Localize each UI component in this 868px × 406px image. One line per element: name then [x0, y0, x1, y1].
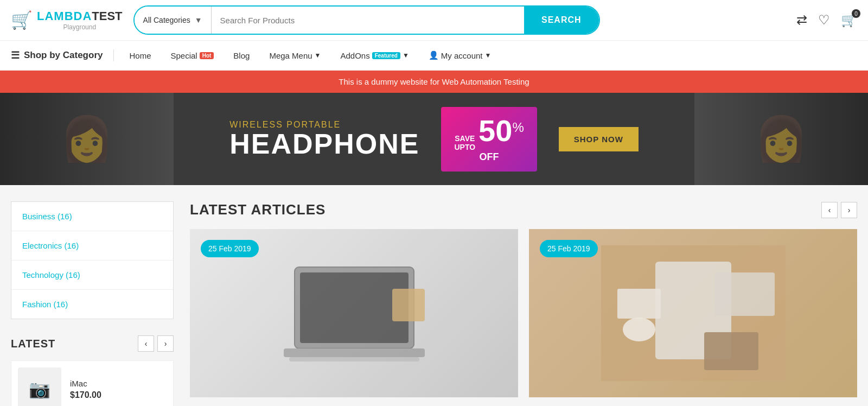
sidebar-item-fashion[interactable]: Fashion (16) [11, 290, 173, 319]
header: 🛒 LAMBDATEST Playground All Categories ▼… [0, 0, 868, 41]
hero-title: HEADPHONE [229, 130, 419, 158]
nav-links: Home Special Hot Blog Mega Menu ▼ AddOns… [114, 41, 501, 71]
article-card[interactable]: 25 Feb 2019 [529, 229, 857, 397]
promo-text: This is a dummy website for Web Automati… [339, 77, 529, 86]
promo-banner: This is a dummy website for Web Automati… [0, 71, 868, 93]
svg-rect-2 [284, 348, 425, 357]
latest-product-item[interactable]: 📷 iMac $170.00 [11, 360, 174, 406]
latest-next-button[interactable]: › [157, 335, 174, 352]
shop-by-category[interactable]: ☰ Shop by Category [11, 49, 114, 61]
sidebar-item-electronics[interactable]: Electronics (16) [11, 231, 173, 261]
featured-badge: Featured [372, 52, 400, 59]
hero-text: WIRELESS PORTABLE HEADPHONE [229, 120, 419, 158]
hero-model-left: 👩 [0, 93, 174, 185]
main-content: Business (16) Electronics (16) Technolog… [0, 185, 868, 406]
hero-banner: 👩 WIRELESS PORTABLE HEADPHONE SAVE UPTO … [0, 93, 868, 185]
svg-rect-4 [392, 289, 425, 321]
svg-point-8 [623, 318, 655, 341]
chevron-down-icon: ▼ [403, 52, 409, 59]
sidebar-latest: LATEST ‹ › 📷 iMac $170.00 [11, 335, 174, 406]
svg-rect-3 [289, 357, 419, 361]
hero-percent-sym: % [512, 121, 524, 134]
svg-rect-7 [617, 289, 661, 319]
compare-button[interactable]: ⇄ [796, 12, 807, 28]
latest-title: LATEST [11, 338, 55, 350]
articles-grid: 25 Feb 2019 25 Feb 2019 [190, 229, 857, 397]
cart-button[interactable]: 🛒 0 [841, 12, 857, 28]
person-icon: 👤 [429, 50, 439, 60]
nav-my-account[interactable]: 👤 My account ▼ [419, 41, 501, 71]
article-card[interactable]: 25 Feb 2019 [190, 229, 518, 397]
hero-off-label: OFF [454, 151, 524, 163]
logo-icon: 🛒 [11, 10, 33, 30]
search-bar: All Categories ▼ SEARCH [133, 5, 600, 35]
wishlist-button[interactable]: ♡ [818, 12, 830, 28]
logo-test: TEST [92, 9, 122, 23]
nav-mega-menu[interactable]: Mega Menu ▼ [259, 41, 330, 71]
product-info: iMac $170.00 [70, 379, 101, 400]
chevron-down-icon: ▼ [485, 52, 492, 59]
articles-title: LATEST ARTICLES [190, 201, 326, 218]
category-label: All Categories [143, 16, 190, 24]
search-input[interactable] [212, 7, 524, 34]
shop-by-label: Shop by Category [24, 50, 103, 61]
articles-nav-arrows: ‹ › [821, 202, 857, 218]
header-icons: ⇄ ♡ 🛒 0 [796, 12, 857, 28]
latest-nav-arrows: ‹ › [138, 335, 174, 352]
hero-percent: 50 [478, 113, 512, 148]
logo: 🛒 LAMBDATEST Playground [11, 9, 123, 31]
hero-upto-label: UPTO [454, 143, 475, 151]
nav-special[interactable]: Special Hot [161, 41, 224, 71]
product-image: 📷 [18, 367, 61, 406]
svg-rect-9 [704, 332, 758, 370]
cart-badge: 0 [852, 9, 860, 18]
chevron-down-icon: ▼ [195, 16, 202, 24]
article-date-badge: 25 Feb 2019 [201, 240, 259, 257]
sidebar-item-technology[interactable]: Technology (16) [11, 261, 173, 290]
articles-area: LATEST ARTICLES ‹ › 25 [190, 201, 857, 406]
category-dropdown[interactable]: All Categories ▼ [135, 7, 212, 34]
navbar: ☰ Shop by Category Home Special Hot Blog… [0, 41, 868, 71]
menu-icon: ☰ [11, 49, 20, 61]
articles-header: LATEST ARTICLES ‹ › [190, 201, 857, 218]
articles-next-button[interactable]: › [841, 202, 857, 218]
sidebar: Business (16) Electronics (16) Technolog… [11, 201, 174, 406]
shop-now-button[interactable]: SHOP NOW [559, 127, 639, 151]
article-date-badge: 25 Feb 2019 [540, 240, 598, 257]
hero-model-right: 👩 [694, 93, 868, 185]
logo-playground: Playground [37, 23, 123, 31]
hero-save-label: SAVE [454, 134, 475, 143]
hot-badge: Hot [200, 52, 214, 59]
search-button[interactable]: SEARCH [524, 7, 599, 34]
product-name: iMac [70, 379, 101, 388]
chevron-down-icon: ▼ [315, 52, 321, 59]
nav-addons[interactable]: AddOns Featured ▼ [331, 41, 419, 71]
category-list: Business (16) Electronics (16) Technolog… [11, 201, 174, 319]
nav-home[interactable]: Home [119, 41, 161, 71]
hero-content: WIRELESS PORTABLE HEADPHONE SAVE UPTO 50… [229, 107, 639, 172]
articles-prev-button[interactable]: ‹ [821, 202, 838, 218]
hero-sale-badge: SAVE UPTO 50% OFF [441, 107, 537, 172]
latest-prev-button[interactable]: ‹ [138, 335, 154, 352]
svg-rect-10 [715, 272, 775, 316]
logo-lambda: LAMBDA [37, 9, 92, 23]
latest-header: LATEST ‹ › [11, 335, 174, 352]
sidebar-item-business[interactable]: Business (16) [11, 202, 173, 231]
nav-blog[interactable]: Blog [224, 41, 259, 71]
product-price: $170.00 [70, 390, 101, 400]
